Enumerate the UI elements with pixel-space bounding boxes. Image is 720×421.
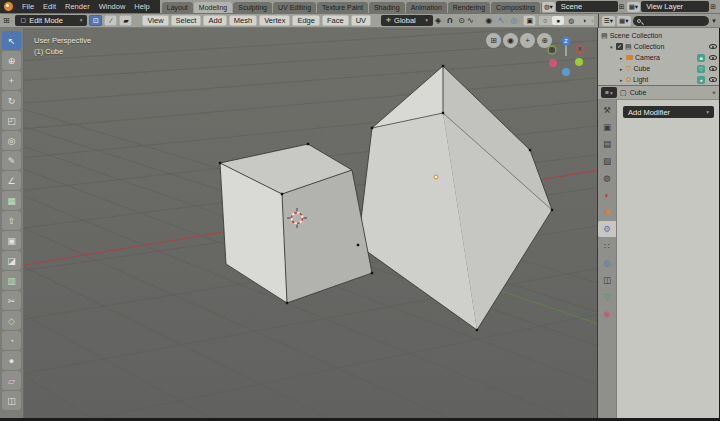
scene-selector[interactable]: Scene	[556, 1, 618, 12]
new-scene-icon[interactable]: ⊞	[619, 2, 625, 12]
collection-checkbox[interactable]: ✓	[616, 43, 623, 50]
tab-constraints[interactable]: ◫	[598, 272, 616, 288]
properties-editor-type-icon[interactable]: ≡▾	[601, 87, 617, 98]
tab-modifiers[interactable]: ⚙	[598, 221, 616, 237]
camera-view-icon[interactable]: ◉	[503, 33, 518, 48]
select-mode-edge-button[interactable]: ∕	[104, 15, 117, 26]
navigation-gizmo[interactable]: Z Y X	[548, 37, 584, 77]
select-mode-vertex-button[interactable]: ⊡	[89, 15, 102, 26]
tab-tool[interactable]: ⚒	[598, 102, 616, 118]
shading-wireframe-icon[interactable]: ○	[539, 16, 551, 25]
menu-face[interactable]: Face	[322, 15, 349, 26]
disclosure-icon[interactable]: ▸	[620, 77, 624, 83]
menu-edge[interactable]: Edge	[292, 15, 320, 26]
viewport-3d[interactable]: Z Y X ↖ ⊕ + ↻ ◰ ◎ ✎ ∠	[0, 28, 598, 418]
camera-data-icon[interactable]: ■	[697, 54, 705, 62]
new-view-layer-icon[interactable]: ⊞	[710, 2, 716, 12]
tab-material[interactable]: ◉	[598, 306, 616, 322]
disclosure-icon[interactable]: ▸	[620, 66, 624, 72]
outliner-row-camera[interactable]: ▸ Camera ■	[601, 52, 717, 63]
shading-rendered-icon[interactable]: ◑	[578, 16, 590, 25]
menu-mesh[interactable]: Mesh	[229, 15, 257, 26]
tab-shading[interactable]: Shading	[369, 2, 405, 13]
tool-cursor[interactable]: ⊕	[2, 51, 21, 70]
outliner-filter-icon[interactable]: ☰▾	[602, 16, 615, 26]
eye-icon[interactable]	[709, 66, 717, 71]
eye-icon[interactable]	[709, 44, 717, 49]
gizmo-y-neg-ball[interactable]	[575, 58, 583, 66]
tab-modeling[interactable]: Modeling	[194, 2, 232, 13]
shading-solid-icon[interactable]: ●	[552, 16, 564, 25]
eye-icon[interactable]	[709, 77, 717, 82]
tool-smooth[interactable]: ●	[2, 351, 21, 370]
blender-logo-icon[interactable]	[4, 2, 13, 11]
tab-output[interactable]: ▤	[598, 136, 616, 152]
menu-help[interactable]: Help	[130, 0, 153, 13]
menu-render[interactable]: Render	[61, 0, 94, 13]
add-modifier-button[interactable]: Add Modifier ▾	[623, 106, 714, 118]
shading-dropdown-icon[interactable]: ▾	[591, 18, 594, 24]
tool-extrude-region[interactable]: ⇧	[2, 211, 21, 230]
object-visibility-icon[interactable]: ◉▾	[485, 16, 496, 25]
tab-layout[interactable]: Layout	[162, 2, 193, 13]
tool-annotate[interactable]: ✎	[2, 151, 21, 170]
zoom-icon[interactable]: ⊕	[537, 33, 552, 48]
scene-browse-icon[interactable]: ◍▾	[542, 2, 555, 12]
tab-sculpting[interactable]: Sculpting	[233, 2, 272, 13]
tool-rotate[interactable]: ↻	[2, 91, 21, 110]
disclosure-icon[interactable]: ▸	[620, 55, 624, 61]
tool-poly-build[interactable]: ◇	[2, 311, 21, 330]
tab-uv-editing[interactable]: UV Editing	[273, 2, 316, 13]
editor-type-icon[interactable]: ⊞▾	[3, 16, 13, 25]
menu-vertex[interactable]: Vertex	[259, 15, 290, 26]
tool-select-box[interactable]: ↖	[2, 31, 21, 50]
gizmo-x-neg-ball[interactable]	[549, 59, 557, 67]
tool-bevel[interactable]: ◪	[2, 251, 21, 270]
tool-spin[interactable]: ◔	[2, 331, 21, 350]
proportional-falloff-icon[interactable]: ∿▾	[467, 16, 477, 25]
tab-render[interactable]: ▣	[598, 119, 616, 135]
menu-view[interactable]: View	[142, 15, 168, 26]
menu-edit[interactable]: Edit	[39, 0, 60, 13]
transform-orientation-selector[interactable]: ✛ Global ▾	[381, 15, 433, 26]
tool-rip-region[interactable]: ◫	[2, 391, 21, 410]
outliner-row-collection[interactable]: ▾ ✓ ▤ Collection	[601, 41, 717, 52]
tab-physics[interactable]: ◎	[598, 255, 616, 271]
outliner-funnel-icon[interactable]: ▼	[711, 18, 717, 24]
tab-particles[interactable]: ∷	[598, 238, 616, 254]
view-layer-browse-icon[interactable]: ▦▾	[627, 2, 640, 12]
tab-world[interactable]: ◐	[598, 187, 616, 203]
tool-transform[interactable]: ◎	[2, 131, 21, 150]
outliner-row-cube[interactable]: ▸ ▽ Cube ▽	[601, 63, 717, 74]
tab-scene[interactable]: ◍	[598, 170, 616, 186]
menu-add[interactable]: Add	[203, 15, 226, 26]
eye-icon[interactable]	[709, 55, 717, 60]
toggle-xray-icon[interactable]: ▣	[523, 15, 536, 26]
outliner-row-scene-collection[interactable]: ▤ Scene Collection	[601, 30, 717, 41]
menu-uv[interactable]: UV	[351, 15, 371, 26]
tab-animation[interactable]: Animation	[406, 2, 447, 13]
tab-view-layer[interactable]: ▧	[598, 153, 616, 169]
tool-knife[interactable]: ✂	[2, 291, 21, 310]
tool-add-cube[interactable]: ▦	[2, 191, 21, 210]
tool-scale[interactable]: ◰	[2, 111, 21, 130]
view-layer-selector[interactable]: View Layer	[641, 1, 709, 12]
tab-rendering[interactable]: Rendering	[448, 2, 490, 13]
pivot-point-icon[interactable]: ◈▾	[435, 16, 445, 25]
show-gizmo-icon[interactable]: ↖▾	[498, 16, 508, 25]
tool-shear[interactable]: ▱	[2, 371, 21, 390]
select-mode-face-button[interactable]: ▰	[119, 15, 132, 26]
tab-texture-paint[interactable]: Texture Paint	[317, 2, 368, 13]
mode-selector[interactable]: ▢ Edit Mode ▾	[15, 15, 87, 26]
tab-object-data[interactable]: ▽	[598, 289, 616, 305]
outliner-row-light[interactable]: ▸ Light ●	[601, 74, 717, 85]
tool-measure[interactable]: ∠	[2, 171, 21, 190]
mesh-data-icon[interactable]: ▽	[697, 65, 705, 73]
pin-icon[interactable]: ⌖	[712, 89, 716, 97]
disclosure-icon[interactable]: ▾	[610, 44, 614, 50]
outliner-search-input[interactable]	[633, 16, 710, 26]
tool-loop-cut[interactable]: ▥	[2, 271, 21, 290]
outliner-display-mode-icon[interactable]: ▦▾	[617, 16, 630, 26]
menu-file[interactable]: File	[18, 0, 38, 13]
menu-select[interactable]: Select	[171, 15, 202, 26]
